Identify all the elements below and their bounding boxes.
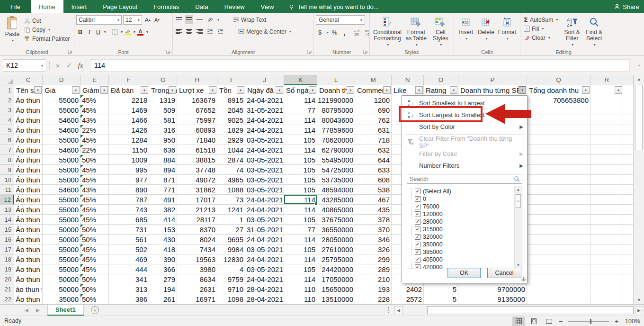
cell-E18[interactable]: 45% — [80, 254, 109, 264]
cell-J6[interactable]: 03-05-2021 — [245, 135, 284, 145]
cell-M9[interactable]: 633 — [355, 165, 392, 175]
cell-I12[interactable]: 73 — [217, 195, 245, 205]
cell-J16[interactable]: 24-04-2021 — [245, 235, 284, 244]
checkbox-checked-icon[interactable]: ✓ — [415, 211, 420, 217]
ribbon-tab-insert[interactable]: Insert — [63, 0, 95, 13]
cell-I9[interactable]: 74 — [217, 165, 245, 175]
cell-I18[interactable]: 12830 — [217, 254, 245, 264]
header-cell-E[interactable]: Giảm▾ — [80, 85, 109, 95]
cell-J21[interactable]: 28-04-2021 — [245, 284, 284, 294]
cell-F15[interactable]: 731 — [109, 225, 149, 235]
filter-button-R[interactable]: ▾ — [615, 86, 622, 94]
cell-E21[interactable]: 50% — [80, 284, 109, 294]
cell-H19[interactable]: 3980 — [177, 264, 217, 274]
cell-D6[interactable]: 55000 — [43, 135, 80, 145]
cell-E10[interactable]: 45% — [80, 175, 109, 185]
format-as-table-button[interactable]: Format as Table ▾ — [403, 15, 429, 49]
cell-C20[interactable]: Áo thun t — [14, 274, 43, 284]
filter-value-item-8[interactable]: ✓385000 — [409, 248, 522, 256]
cell-C7[interactable]: Áo thun t — [14, 145, 43, 155]
delete-cells-button[interactable]: Delete ▾ — [476, 15, 496, 43]
cell-I3[interactable]: 2045 — [217, 105, 245, 115]
cell-F13[interactable]: 743 — [109, 205, 149, 215]
cell-F3[interactable]: 1469 — [109, 105, 149, 115]
cell-Q12[interactable] — [527, 195, 590, 205]
cell-O21[interactable]: 5 — [424, 284, 458, 294]
formula-bar-expand-icon[interactable]: ⌄ — [637, 62, 641, 67]
cell-Q4[interactable] — [527, 115, 590, 125]
font-color-button[interactable]: A — [136, 27, 144, 36]
cell-L21[interactable]: 15650000 — [317, 284, 355, 294]
cell-H15[interactable]: 8370 — [177, 225, 217, 235]
number-dialog-launcher[interactable] — [363, 49, 368, 54]
checkbox-checked-icon[interactable]: ✓ — [415, 257, 420, 263]
cell-I17[interactable]: 9984 — [217, 244, 245, 254]
name-box[interactable]: K12 ▾ — [3, 59, 46, 72]
cell-D21[interactable]: 50000 — [43, 284, 80, 294]
cell-H18[interactable]: 19563 — [177, 254, 217, 264]
vertical-scroll-thumb[interactable] — [635, 85, 643, 150]
row-header-3[interactable]: 3 — [0, 105, 14, 115]
cell-C10[interactable]: Áo thun t — [14, 175, 43, 185]
cell-G8[interactable]: 884 — [149, 155, 177, 165]
cell-D7[interactable]: 54600 — [43, 145, 80, 155]
cell-Q5[interactable] — [527, 125, 590, 135]
column-header-I[interactable]: I — [217, 75, 245, 85]
filter-list-scroll-thumb[interactable]: ≡ — [516, 194, 521, 208]
cell-R7[interactable] — [590, 145, 623, 155]
enter-entry-icon[interactable]: ✓ — [63, 59, 75, 72]
cell-C6[interactable]: Áo thun t — [14, 135, 43, 145]
zoom-slider-track[interactable] — [568, 321, 609, 322]
cell-J18[interactable]: 24-04-2021 — [245, 254, 284, 264]
cell-Q6[interactable] — [527, 135, 590, 145]
cell-Q15[interactable] — [527, 225, 590, 235]
cell-Q21[interactable] — [527, 284, 590, 294]
cell-L5[interactable]: 77859600 — [317, 125, 355, 135]
cell-P21[interactable]: 9700000 — [458, 284, 527, 294]
cell-L12[interactable]: 43285000 — [317, 195, 355, 205]
row-header-14[interactable]: 14 — [0, 215, 14, 225]
cell-I2[interactable]: 8915 — [217, 95, 245, 105]
cell-I11[interactable]: 1088 — [217, 185, 245, 195]
cell-E22[interactable]: 50% — [80, 294, 109, 304]
normal-view-button[interactable] — [512, 317, 525, 326]
header-cell-Q[interactable]: Tổng doanh thu▾ — [527, 85, 590, 95]
column-header-N[interactable]: N — [392, 75, 424, 85]
checkbox-checked-icon[interactable]: ✓ — [415, 264, 420, 269]
resize-grip[interactable] — [521, 277, 526, 281]
cell-R21[interactable] — [590, 284, 623, 294]
cell-K7[interactable]: 114 — [284, 145, 317, 155]
cell-M18[interactable]: 299 — [355, 254, 392, 264]
scroll-left-icon[interactable]: ◀ — [394, 306, 402, 314]
insert-function-icon[interactable]: fx — [75, 59, 86, 72]
column-header-O[interactable]: O — [424, 75, 458, 85]
row-header-9[interactable]: 9 — [0, 165, 14, 175]
scroll-up-icon[interactable]: ▲ — [634, 75, 644, 83]
header-cell-P[interactable]: Doanh thu từng SP▾ — [458, 85, 527, 95]
cell-I21[interactable]: 9710 — [217, 284, 245, 294]
cell-E7[interactable]: 22% — [80, 145, 109, 155]
cell-M3[interactable]: 690 — [355, 105, 392, 115]
cell-F20[interactable]: 341 — [109, 274, 149, 284]
cell-K13[interactable]: 114 — [284, 205, 317, 215]
checkbox-checked-icon[interactable]: ✓ — [415, 219, 420, 225]
cell-E8[interactable]: 50% — [80, 155, 109, 165]
cell-D11[interactable]: 54600 — [43, 185, 80, 195]
column-header-E[interactable]: E — [80, 75, 109, 85]
checkbox-checked-icon[interactable]: ✓ — [415, 249, 420, 255]
cell-K12[interactable]: 114 — [284, 195, 317, 205]
cell-M11[interactable]: 538 — [355, 185, 392, 195]
decrease-font-button[interactable]: A▾ — [153, 16, 161, 25]
select-all-corner[interactable] — [0, 75, 14, 85]
cell-J12[interactable]: 24-04-2021 — [245, 195, 284, 205]
filter-button-D[interactable]: ▾ — [72, 86, 80, 94]
cell-I14[interactable]: 1 — [217, 215, 245, 225]
cell-L11[interactable]: 48594000 — [317, 185, 355, 195]
cell-H3[interactable]: 67652 — [177, 105, 217, 115]
percent-style-button[interactable]: % — [331, 28, 339, 37]
cancel-entry-icon[interactable]: × — [52, 59, 63, 72]
cell-F8[interactable]: 1009 — [109, 155, 149, 165]
header-cell-G[interactable]: Trong th▾ — [149, 85, 177, 95]
cell-F5[interactable]: 1426 — [109, 125, 149, 135]
page-break-preview-button[interactable] — [543, 317, 555, 326]
